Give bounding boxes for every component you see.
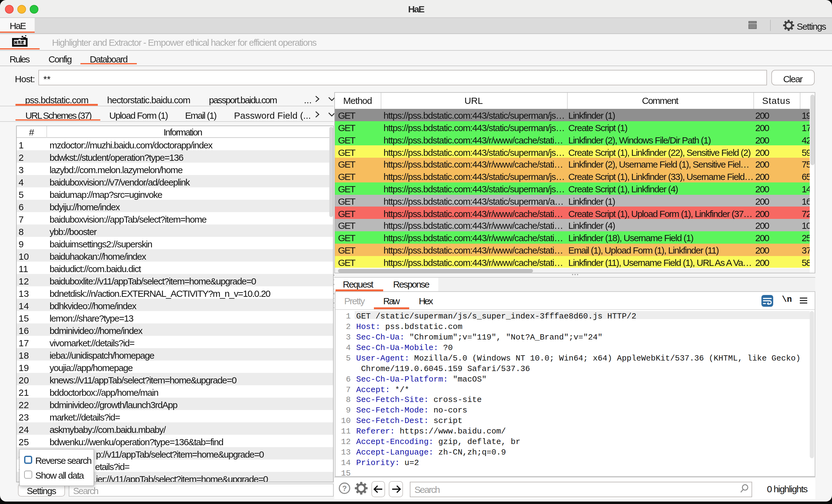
svg-text:?: ? xyxy=(342,484,347,493)
